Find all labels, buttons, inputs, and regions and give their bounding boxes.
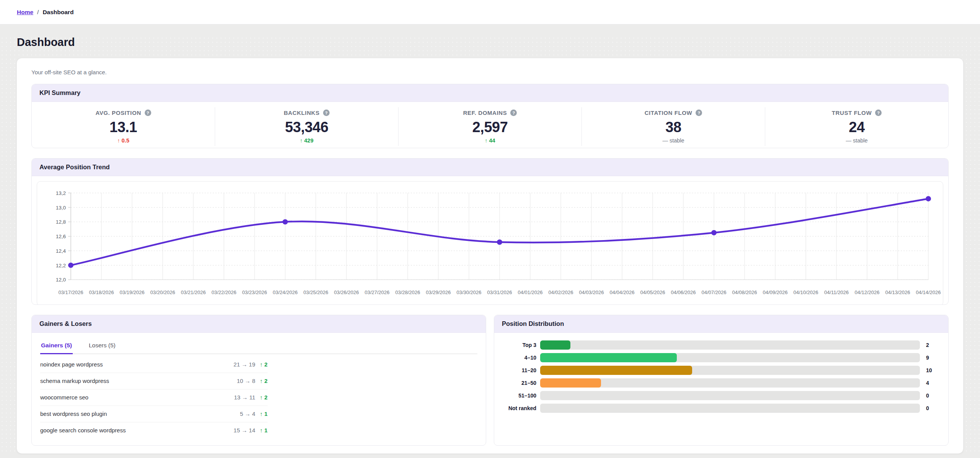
kpi-value: 24 <box>769 119 944 136</box>
question-mark-icon[interactable]: ? <box>875 110 882 116</box>
kpi-summary-header: KPI Summary <box>32 84 948 102</box>
bucket-label: 21–50 <box>503 380 540 386</box>
x-axis-label: 04/12/2026 <box>855 290 880 295</box>
bucket-label: 11–20 <box>503 367 540 373</box>
page-background: Dashboard Your off-site SEO at a glance.… <box>0 36 980 454</box>
question-mark-icon[interactable]: ? <box>510 110 517 116</box>
bar-track <box>540 366 920 375</box>
kpi-label: BACKLINKS <box>284 110 320 116</box>
bucket-value: 10 <box>926 367 939 373</box>
rank-delta: ↑ 2 <box>260 378 268 384</box>
kpi-label: AVG. POSITION <box>95 110 141 116</box>
dashboard-container: Your off-site SEO at a glance. KPI Summa… <box>16 58 964 454</box>
bucket-value: 4 <box>926 380 939 386</box>
bar-track <box>540 378 920 388</box>
rank-from-to: 21 → 19 <box>234 361 255 368</box>
bar-track <box>540 391 920 400</box>
question-mark-icon[interactable]: ? <box>696 110 702 116</box>
rank-delta: ↑ 1 <box>260 411 268 417</box>
x-axis-label: 03/22/2026 <box>211 290 236 295</box>
kpi-value: 13.1 <box>36 119 211 136</box>
rank-change: 15 → 14↑ 1 <box>234 427 268 433</box>
bar-track <box>540 340 920 350</box>
kpi-label-row: CITATION FLOW? <box>586 110 761 116</box>
rank-change: 21 → 19↑ 2 <box>234 361 268 368</box>
question-mark-icon[interactable]: ? <box>323 110 330 116</box>
kpi-item: BACKLINKS?53,346↑ 429 <box>215 107 399 146</box>
kpi-label: REF. DOMAINS <box>463 110 507 116</box>
y-axis-label: 12,0 <box>56 277 66 283</box>
position-trend-card: Average Position Trend 13,213,012,812,61… <box>31 158 949 305</box>
x-axis-label: 03/24/2026 <box>273 290 297 295</box>
list-item: schema markup wordpress10 → 8↑ 2 <box>40 373 268 389</box>
distribution-row: 4–109 <box>503 353 939 362</box>
kpi-delta: — stable <box>586 137 761 144</box>
x-axis-label: 03/20/2026 <box>150 290 175 295</box>
gainers-list: noindex page wordpress21 → 19↑ 2schema m… <box>40 357 268 438</box>
page-title: Dashboard <box>17 36 964 49</box>
list-item: google search console wordpress15 → 14↑ … <box>40 422 268 438</box>
kpi-item: AVG. POSITION?13.1↑ 0.5 <box>32 107 215 146</box>
line-chart-svg: 13,213,012,812,612,412,212,003/17/202603… <box>37 182 943 305</box>
rank-change: 13 → 11↑ 2 <box>234 394 268 401</box>
x-axis-label: 04/05/2026 <box>640 290 665 295</box>
keyword-label: woocommerce seo <box>40 394 88 401</box>
kpi-label-row: REF. DOMAINS? <box>402 110 578 116</box>
kpi-item: CITATION FLOW?38— stable <box>582 107 765 146</box>
x-axis-label: 04/08/2026 <box>732 290 757 295</box>
bucket-value: 2 <box>926 342 939 348</box>
kpi-label-row: TRUST FLOW? <box>769 110 944 116</box>
x-axis-label: 03/29/2026 <box>426 290 451 295</box>
position-distribution-body: Top 324–10911–201021–50451–1000Not ranke… <box>494 333 948 413</box>
bucket-label: 4–10 <box>503 355 540 361</box>
keyword-label: best wordpress seo plugin <box>40 411 107 417</box>
gainers-losers-card: Gainers & Losers Gainers (5) Losers (5) … <box>31 315 486 446</box>
bar-fill <box>540 353 677 362</box>
kpi-item: TRUST FLOW?24— stable <box>765 107 948 146</box>
x-axis-label: 03/17/2026 <box>58 290 83 295</box>
x-axis-label: 03/31/2026 <box>487 290 512 295</box>
tab-losers[interactable]: Losers (5) <box>88 338 116 353</box>
rank-delta: ↑ 2 <box>260 361 268 368</box>
data-point <box>283 219 288 224</box>
list-item: best wordpress seo plugin5 → 4↑ 1 <box>40 406 268 422</box>
x-axis-label: 03/18/2026 <box>89 290 114 295</box>
kpi-delta: — stable <box>769 137 944 144</box>
position-distribution-card: Position Distribution Top 324–10911–2010… <box>494 315 949 446</box>
x-axis-label: 03/21/2026 <box>181 290 206 295</box>
x-axis-label: 04/02/2026 <box>549 290 573 295</box>
rank-change: 10 → 8↑ 2 <box>237 378 267 384</box>
kpi-item: REF. DOMAINS?2,597↑ 44 <box>399 107 582 146</box>
x-axis-label: 03/28/2026 <box>395 290 420 295</box>
x-axis-label: 03/25/2026 <box>303 290 328 295</box>
x-axis-label: 04/10/2026 <box>794 290 818 295</box>
data-point <box>68 262 74 268</box>
x-axis-label: 04/14/2026 <box>916 290 941 295</box>
kpi-delta: ↑ 44 <box>402 137 578 144</box>
y-axis-label: 13,0 <box>56 204 66 210</box>
kpi-label: CITATION FLOW <box>645 110 693 116</box>
breadcrumb-bar: Home / Dashboard <box>0 0 980 25</box>
x-axis-label: 03/19/2026 <box>119 290 144 295</box>
question-mark-icon[interactable]: ? <box>145 110 151 116</box>
x-axis-label: 03/26/2026 <box>334 290 359 295</box>
kpi-value: 53,346 <box>219 119 394 136</box>
tab-gainers[interactable]: Gainers (5) <box>40 338 73 354</box>
bucket-label: Top 3 <box>503 342 540 348</box>
x-axis-label: 04/11/2026 <box>824 290 849 295</box>
data-point <box>497 239 502 245</box>
distribution-row: 51–1000 <box>503 391 939 400</box>
gainers-losers-body: Gainers (5) Losers (5) noindex page word… <box>32 333 486 438</box>
position-trend-header: Average Position Trend <box>32 159 948 176</box>
bucket-label: 51–100 <box>503 393 540 399</box>
rank-from-to: 5 → 4 <box>240 411 255 417</box>
breadcrumb-home-link[interactable]: Home <box>17 9 33 16</box>
x-axis-label: 04/01/2026 <box>518 290 543 295</box>
bucket-value: 0 <box>926 393 939 399</box>
kpi-label-row: BACKLINKS? <box>219 110 394 116</box>
x-axis-label: 04/13/2026 <box>885 290 910 295</box>
y-axis-label: 12,6 <box>56 234 66 239</box>
kpi-value: 2,597 <box>402 119 578 136</box>
y-axis-label: 13,2 <box>56 190 66 196</box>
bar-fill <box>540 340 570 350</box>
